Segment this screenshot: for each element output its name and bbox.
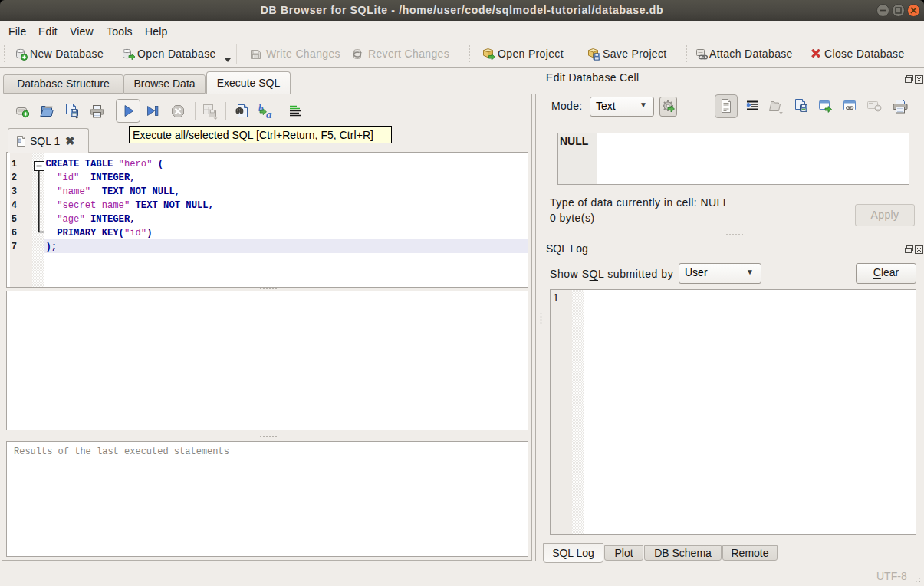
svg-text:a: a	[266, 108, 272, 119]
